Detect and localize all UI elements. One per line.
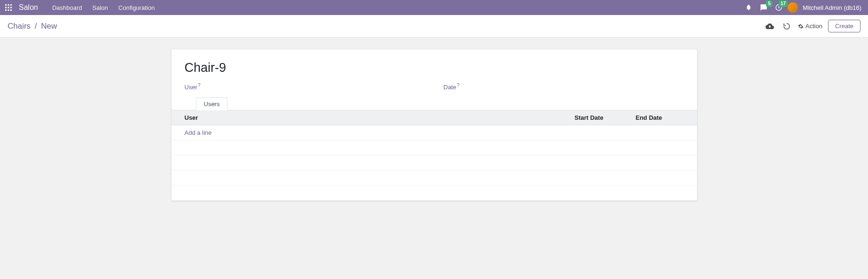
breadcrumb-current: New (41, 22, 57, 31)
gear-icon (798, 23, 804, 29)
apps-grid-icon[interactable] (4, 3, 13, 12)
record-title[interactable]: Chair-9 (185, 61, 684, 75)
discard-icon[interactable] (781, 21, 792, 32)
messages-badge: 5 (766, 0, 773, 7)
activities-icon[interactable]: 17 (773, 1, 785, 14)
field-row: User? Date? (185, 83, 684, 91)
tab-users[interactable]: Users (196, 97, 228, 110)
breadcrumb-root[interactable]: Chairs (8, 22, 31, 31)
nav-link-dashboard[interactable]: Dashboard (47, 2, 87, 13)
help-icon[interactable]: ? (198, 83, 201, 88)
navbar-left: Salon Dashboard Salon Configuration (4, 2, 159, 13)
nav-link-salon[interactable]: Salon (88, 2, 113, 13)
svg-rect-2 (10, 4, 12, 6)
bug-icon[interactable] (743, 1, 755, 14)
control-bar-right: Action Create (764, 20, 860, 32)
username-label[interactable]: Mitchell Admin (db16) (803, 4, 861, 11)
svg-rect-5 (10, 7, 12, 8)
breadcrumb-separator: / (35, 22, 37, 31)
svg-rect-6 (5, 9, 7, 11)
action-label: Action (805, 23, 822, 30)
users-table: User Start Date End Date Add a line . . … (172, 110, 697, 201)
avatar[interactable] (788, 2, 798, 13)
cloud-save-icon[interactable] (764, 21, 775, 32)
table-row: . (172, 140, 697, 155)
column-header-start-date[interactable]: Start Date (575, 110, 636, 125)
svg-rect-4 (8, 7, 9, 8)
form-sheet: Chair-9 User? Date? Users User Start Dat… (171, 49, 697, 201)
tabs: Users (185, 97, 684, 110)
svg-rect-7 (8, 9, 9, 11)
svg-rect-0 (5, 4, 7, 6)
app-title[interactable]: Salon (19, 3, 38, 12)
navbar-right: 5 17 Mitchell Admin (db16) (743, 1, 864, 14)
nav-link-configuration[interactable]: Configuration (114, 2, 159, 13)
table-row: . (172, 155, 697, 170)
column-header-user[interactable]: User (172, 110, 575, 125)
table-row: . (172, 186, 697, 201)
date-field[interactable]: Date? (444, 83, 684, 91)
content-area: Chair-9 User? Date? Users User Start Dat… (0, 38, 868, 212)
table-row: Add a line (172, 125, 697, 140)
column-header-end-date[interactable]: End Date (636, 110, 697, 125)
user-field-label: User (185, 84, 197, 91)
control-bar: Chairs / New Action Create (0, 15, 868, 38)
date-field-label: Date (444, 84, 456, 91)
user-field[interactable]: User? (185, 83, 425, 91)
help-icon[interactable]: ? (457, 83, 460, 88)
action-button[interactable]: Action (798, 23, 822, 30)
create-button[interactable]: Create (828, 20, 860, 32)
activities-badge: 17 (779, 0, 788, 7)
breadcrumb: Chairs / New (8, 22, 57, 31)
svg-rect-8 (10, 9, 12, 11)
top-navbar: Salon Dashboard Salon Configuration 5 17… (0, 0, 868, 15)
svg-rect-3 (5, 7, 7, 8)
svg-rect-1 (8, 4, 9, 6)
table-row: . (172, 170, 697, 186)
messages-icon[interactable]: 5 (758, 1, 770, 14)
add-line-link[interactable]: Add a line (185, 129, 212, 136)
